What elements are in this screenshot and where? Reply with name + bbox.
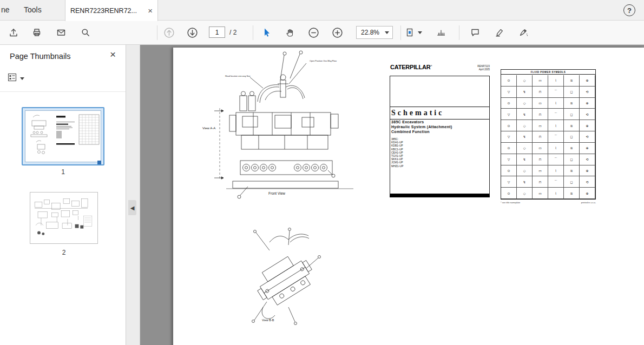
chevron-down-icon[interactable] — [20, 77, 24, 80]
legend-symbol-cell: ⌒ — [548, 87, 564, 98]
typewriter-icon[interactable] — [433, 25, 449, 40]
close-icon[interactable]: × — [110, 49, 116, 59]
legend-symbol-cell: ▽ — [501, 154, 517, 165]
tab-document-title: RENR7223RENR72... — [70, 7, 144, 15]
legend-symbol-cell: ≋ — [564, 165, 580, 177]
legend-symbol-cell: ◻ — [564, 176, 580, 188]
page-total-label: / 2 — [229, 29, 236, 36]
legend-symbol-cell: ⟲ — [580, 131, 595, 143]
help-icon[interactable]: ? — [623, 4, 635, 16]
legend-symbol-cell: ⌇ — [548, 75, 564, 87]
tab-home-partial[interactable]: ne — [1, 5, 10, 14]
callout-left-label: Head location one-way flow — [225, 75, 251, 77]
view-bb-caption: View B-B — [262, 319, 274, 322]
zoom-out-icon[interactable] — [306, 25, 321, 40]
legend-symbol-cell: ⊓ — [533, 109, 548, 120]
print-icon[interactable] — [29, 25, 44, 40]
subtitle-line: Combined Function — [390, 129, 489, 134]
legend-symbol-cell: ⊕ — [580, 120, 595, 131]
serial-line: MHZ1-UP — [391, 164, 489, 168]
legend-symbol-cell: ⌇ — [548, 143, 564, 154]
legend-symbol-cell: ⊙ — [501, 188, 517, 199]
next-page-icon[interactable] — [185, 25, 200, 40]
doc-date: April 2005 — [459, 68, 490, 71]
search-icon[interactable] — [78, 25, 93, 40]
legend-title: FLUID POWER SYMBOLS — [501, 70, 595, 75]
panel-collapse-handle[interactable]: ◀ — [128, 200, 136, 215]
thumbnail-page-1[interactable] — [22, 107, 104, 165]
legend-symbol-cell: ▭ — [533, 75, 548, 87]
chevron-down-icon — [385, 31, 389, 34]
divider — [0, 91, 126, 92]
serial-number-list: 385C: KDA1-UP KDB1-UP KBC1-UP CEA1-UP TG… — [390, 137, 489, 168]
legend-symbol-cell: ▽ — [501, 176, 517, 188]
legend-symbol-cell: ↯ — [517, 87, 533, 98]
front-view-diagram: Open Position One-Way Flow Head location… — [194, 50, 357, 201]
subtitle-line: Hydraulic System (Attachment) — [390, 124, 489, 129]
legend-symbol-cell: ⊙ — [501, 98, 517, 109]
zoom-in-icon[interactable] — [330, 25, 345, 40]
share-icon[interactable] — [6, 25, 21, 40]
legend-symbol-cell: ◇ — [517, 165, 533, 177]
legend-symbol-cell: ▭ — [533, 188, 548, 199]
legend-symbol-cell: ≋ — [564, 98, 580, 109]
thumbnail-selection-handle[interactable] — [97, 161, 101, 164]
legend-symbol-cell: ⊕ — [580, 188, 595, 199]
legend-symbol-cell: ↯ — [517, 131, 533, 143]
panel-title: Page Thumbnails — [10, 52, 71, 61]
previous-page-icon[interactable] — [161, 25, 176, 40]
legend-symbol-cell: ⊓ — [533, 176, 548, 188]
title-block: Schematic 385C Excavators Hydraulic Syst… — [390, 76, 490, 197]
callout-right-label: Open Position One-Way Flow — [310, 60, 337, 62]
zoom-level-dropdown[interactable]: 22.8% — [356, 26, 393, 39]
page-thumbnails-panel: Page Thumbnails × — [0, 45, 126, 345]
legend-symbol-cell: ≋ — [564, 120, 580, 131]
tab-document[interactable]: RENR7223RENR72... × — [65, 0, 158, 21]
legend-symbol-cell: ◻ — [564, 109, 580, 120]
legend-symbol-cell: ⌇ — [548, 188, 564, 199]
legend-symbol-cell: ↯ — [517, 154, 533, 165]
fill-sign-icon[interactable] — [516, 25, 531, 40]
fluid-power-symbols-table: FLUID POWER SYMBOLS ⊙◇▭⌇≋⊕▽↯⊓⌒◻⟲⊙◇▭⌇≋⊕▽↯… — [501, 69, 596, 200]
hand-tool-icon[interactable] — [282, 25, 298, 40]
legend-symbol-cell: ⊙ — [501, 75, 517, 87]
legend-symbol-cell: ⊙ — [501, 120, 517, 131]
legend-symbol-cell: ◻ — [564, 87, 580, 98]
thumbnail-page-2[interactable] — [30, 192, 98, 244]
email-icon[interactable] — [54, 25, 69, 40]
select-tool-icon[interactable] — [259, 25, 274, 40]
caterpillar-logo: CATERPILLAR® — [390, 64, 432, 70]
legend-symbol-cell: ◇ — [517, 75, 533, 87]
legend-symbol-cell: ◇ — [517, 120, 533, 131]
toolbar-divider — [253, 25, 253, 40]
document-canvas: Open Position One-Way Flow Head location… — [140, 45, 644, 345]
section-label: View A-A — [202, 127, 215, 130]
tab-tools[interactable]: Tools — [24, 5, 42, 14]
legend-symbol-cell: ⌇ — [548, 120, 564, 131]
legend-symbol-cell: ⌒ — [548, 154, 564, 165]
comment-icon[interactable] — [468, 25, 483, 40]
page-view-icon[interactable] — [402, 25, 417, 40]
doc-number-block: RENR7223 April 2005 — [459, 65, 490, 71]
page-number-input[interactable] — [209, 26, 225, 38]
chevron-down-icon[interactable] — [418, 31, 422, 34]
legend-symbol-cell: ◇ — [517, 188, 533, 199]
toolbar: / 2 22.8% — [0, 21, 644, 45]
legend-symbol-cell: ◇ — [517, 143, 533, 154]
legend-symbol-cell: ⌇ — [548, 98, 564, 109]
legend-symbol-cell: ▽ — [501, 109, 517, 120]
tab-bar: ne Tools RENR7223RENR72... × ? — [0, 0, 644, 21]
legend-symbol-cell: ↯ — [517, 176, 533, 188]
close-icon[interactable]: × — [148, 6, 153, 15]
panel-scroll-gutter — [126, 45, 140, 345]
thumbnail-options-icon[interactable] — [8, 73, 17, 84]
legend-symbol-cell: ▭ — [533, 120, 548, 131]
legend-symbol-cell: ⌇ — [548, 165, 564, 177]
legend-symbol-cell: ⊙ — [501, 143, 517, 154]
thumbnail-label: 1 — [22, 168, 104, 176]
legend-symbol-cell: ◻ — [564, 131, 580, 143]
legend-symbol-cell: ▭ — [533, 165, 548, 177]
legend-symbol-cell: ⊕ — [580, 143, 595, 154]
highlight-icon[interactable] — [492, 25, 507, 40]
legend-symbol-cell: ◇ — [517, 98, 533, 109]
